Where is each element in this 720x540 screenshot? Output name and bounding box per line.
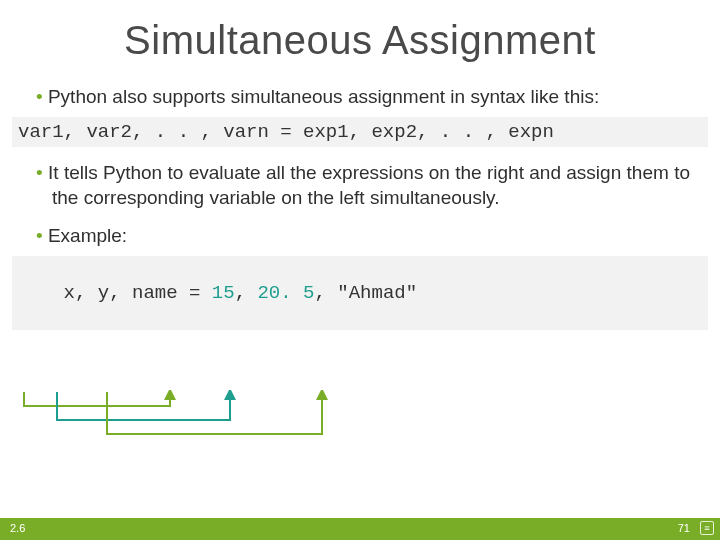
footer-section: 2.6 bbox=[10, 522, 25, 534]
arrow-y-to-20p5 bbox=[57, 392, 230, 420]
arrow-name-to-ahmad bbox=[107, 392, 322, 434]
menu-icon-glyph: ≡ bbox=[704, 524, 709, 533]
code-sep2: , bbox=[314, 282, 337, 304]
arrow-x-to-15 bbox=[24, 392, 170, 406]
slide-body: Simultaneous Assignment Python also supp… bbox=[0, 0, 720, 330]
footer-page-number: 71 bbox=[678, 522, 690, 534]
bullet-explain: It tells Python to evaluate all the expr… bbox=[30, 161, 690, 210]
code-sep1: , bbox=[235, 282, 258, 304]
code-literal-ahmad: "Ahmad" bbox=[337, 282, 417, 304]
footer-bar: 2.6 71 ≡ bbox=[0, 518, 720, 540]
assignment-arrows bbox=[12, 390, 672, 450]
bullet-example-label: Example: bbox=[30, 224, 690, 248]
code-vars: x, y, name = bbox=[64, 282, 212, 304]
code-example: x, y, name = 15, 20. 5, "Ahmad" bbox=[12, 256, 708, 330]
code-syntax: var1, var2, . . , varn = exp1, exp2, . .… bbox=[12, 117, 708, 147]
bullet-intro: Python also supports simultaneous assign… bbox=[30, 85, 690, 109]
code-literal-15: 15 bbox=[212, 282, 235, 304]
slide-title: Simultaneous Assignment bbox=[30, 18, 690, 63]
code-literal-20p5: 20. 5 bbox=[257, 282, 314, 304]
menu-icon[interactable]: ≡ bbox=[700, 521, 714, 535]
